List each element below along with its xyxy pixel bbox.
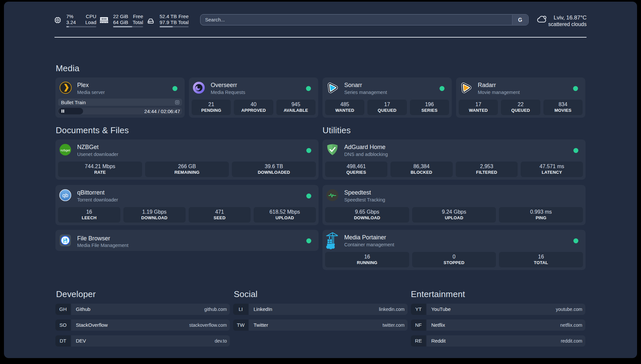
svg-text:nzbget: nzbget xyxy=(61,148,70,152)
svg-text:qb: qb xyxy=(62,193,68,198)
